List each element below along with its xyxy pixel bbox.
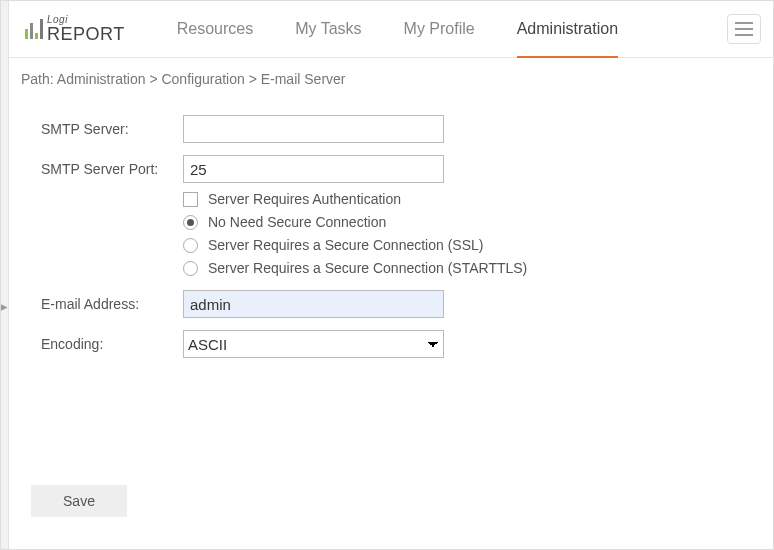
radio-ssl-label: Server Requires a Secure Connection (SSL… bbox=[208, 237, 483, 253]
encoding-label: Encoding: bbox=[41, 336, 183, 352]
radio-none-label: No Need Secure Connection bbox=[208, 214, 386, 230]
smtp-server-input[interactable] bbox=[183, 115, 444, 143]
email-address-label: E-mail Address: bbox=[41, 296, 183, 312]
radio-none[interactable] bbox=[183, 215, 198, 230]
radio-ssl[interactable] bbox=[183, 238, 198, 253]
hamburger-menu-icon[interactable] bbox=[727, 14, 761, 44]
topbar: Logi REPORT Resources My Tasks My Profil… bbox=[9, 1, 773, 58]
breadcrumb: Path: Administration > Configuration > E… bbox=[21, 71, 773, 87]
encoding-select[interactable]: ASCII bbox=[183, 330, 444, 358]
email-server-form: SMTP Server: SMTP Server Port: Server Re… bbox=[41, 115, 743, 370]
nav-my-tasks[interactable]: My Tasks bbox=[295, 1, 361, 57]
auth-checkbox-label: Server Requires Authentication bbox=[208, 191, 401, 207]
smtp-port-input[interactable] bbox=[183, 155, 444, 183]
security-radio-ssl[interactable]: Server Requires a Secure Connection (SSL… bbox=[183, 237, 743, 253]
smtp-server-label: SMTP Server: bbox=[41, 121, 183, 137]
logo-bars-icon bbox=[25, 19, 43, 39]
main-nav: Resources My Tasks My Profile Administra… bbox=[177, 1, 618, 57]
logo-text-bottom: REPORT bbox=[47, 25, 125, 43]
nav-administration[interactable]: Administration bbox=[517, 2, 618, 58]
email-address-input[interactable] bbox=[183, 290, 444, 318]
security-radio-starttls[interactable]: Server Requires a Secure Connection (STA… bbox=[183, 260, 743, 276]
logo: Logi REPORT bbox=[25, 15, 125, 43]
nav-resources[interactable]: Resources bbox=[177, 1, 253, 57]
auth-checkbox[interactable] bbox=[183, 192, 198, 207]
auth-checkbox-row[interactable]: Server Requires Authentication bbox=[183, 191, 743, 207]
smtp-port-label: SMTP Server Port: bbox=[41, 161, 183, 177]
radio-starttls-label: Server Requires a Secure Connection (STA… bbox=[208, 260, 527, 276]
expand-sidebar-icon[interactable]: ▸ bbox=[0, 291, 6, 321]
save-button[interactable]: Save bbox=[31, 485, 127, 517]
security-radio-none[interactable]: No Need Secure Connection bbox=[183, 214, 743, 230]
left-rail: ▸ bbox=[1, 1, 9, 549]
radio-starttls[interactable] bbox=[183, 261, 198, 276]
nav-my-profile[interactable]: My Profile bbox=[404, 1, 475, 57]
